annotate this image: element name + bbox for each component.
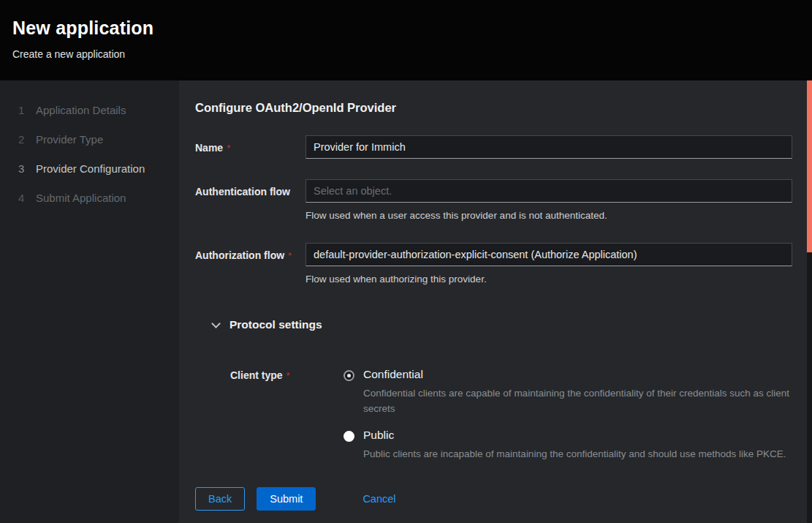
authorization-flow-input[interactable] (306, 243, 792, 266)
wizard-footer: Back Submit Cancel (179, 474, 812, 523)
protocol-settings-title: Protocol settings (229, 318, 322, 331)
required-asterisk: * (227, 143, 230, 154)
wizard-step-provider-type[interactable]: 2 Provider Type (0, 124, 179, 154)
page-title: New application (12, 18, 800, 39)
form-heading: Configure OAuth2/OpenId Provider (195, 101, 792, 115)
authorization-flow-row: Authorization flow* Flow used when autho… (195, 243, 792, 286)
required-asterisk: * (287, 370, 290, 381)
cancel-button[interactable]: Cancel (363, 493, 395, 505)
step-number: 1 (18, 104, 28, 116)
chevron-down-icon (211, 319, 221, 328)
authentication-flow-row: Authentication flow Flow used when a use… (195, 179, 792, 222)
wizard-header: New application Create a new application (0, 0, 812, 80)
wizard-step-application-details[interactable]: 1 Application Details (0, 95, 179, 124)
authentication-flow-label: Authentication flow (195, 179, 306, 197)
authentication-flow-help: Flow used when a user access this provid… (306, 209, 792, 222)
step-number: 4 (18, 192, 28, 204)
radio-selected-icon[interactable] (344, 370, 354, 381)
step-number: 2 (18, 133, 28, 146)
protocol-settings-expander[interactable]: Protocol settings (213, 318, 792, 331)
page-subtitle: Create a new application (12, 48, 800, 60)
scrollbar-thumb[interactable] (807, 80, 812, 252)
radio-help: Confidential clients are capable of main… (363, 386, 792, 417)
vertical-scrollbar (807, 80, 812, 523)
radio-label[interactable]: Confidential (363, 368, 792, 381)
client-type-row: Client type* Confidential Confidential c… (230, 368, 792, 462)
step-label: Application Details (36, 104, 126, 116)
name-input[interactable] (306, 135, 792, 159)
wizard-step-submit-application[interactable]: 4 Submit Application (0, 183, 179, 212)
name-field-row: Name* (195, 135, 792, 159)
required-asterisk: * (288, 250, 292, 261)
client-type-option-confidential: Confidential Confidential clients are ca… (344, 368, 792, 417)
step-label: Submit Application (36, 192, 126, 204)
radio-unselected-icon[interactable] (344, 431, 354, 442)
wizard-steps-nav: 1 Application Details 2 Provider Type 3 … (0, 80, 179, 523)
wizard-main-panel: Configure OAuth2/OpenId Provider Name* A… (179, 80, 812, 523)
form-scroll-area: Configure OAuth2/OpenId Provider Name* A… (179, 80, 812, 474)
step-label: Provider Configuration (36, 162, 145, 175)
name-label: Name* (195, 135, 306, 154)
authorization-flow-label: Authorization flow* (195, 243, 306, 261)
step-label: Provider Type (36, 133, 103, 146)
back-button[interactable]: Back (195, 487, 245, 511)
radio-label[interactable]: Public (363, 429, 786, 442)
client-type-option-public: Public Public clients are incapable of m… (344, 429, 792, 462)
authentication-flow-input[interactable] (306, 179, 792, 203)
new-application-wizard: New application Create a new application… (0, 0, 812, 523)
radio-help: Public clients are incapable of maintain… (363, 447, 786, 462)
authorization-flow-help: Flow used when authorizing this provider… (306, 273, 792, 286)
wizard-step-provider-configuration[interactable]: 3 Provider Configuration (0, 154, 179, 183)
client-type-label: Client type* (230, 368, 344, 381)
step-number: 3 (18, 162, 28, 175)
submit-button[interactable]: Submit (257, 487, 316, 511)
